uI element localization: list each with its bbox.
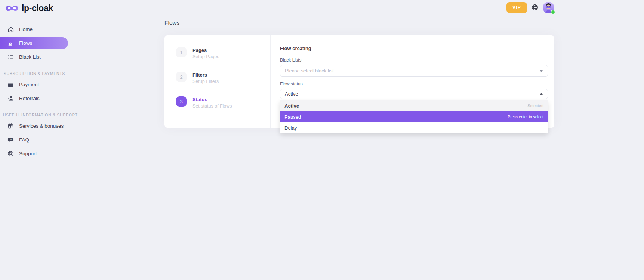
option-label: Active (284, 103, 299, 109)
step-pages[interactable]: 1 Pages Setup Pages (176, 47, 270, 59)
flows-icon (7, 40, 14, 47)
user-avatar[interactable] (543, 2, 554, 13)
flow-status-dropdown: Active Selected Paused Press enter to se… (280, 100, 548, 133)
sidebar-item-label: Flows (19, 40, 32, 46)
referrals-icon (7, 95, 14, 102)
chevron-up-icon (540, 93, 543, 95)
step-subtitle: Setup Filters (192, 79, 219, 84)
sidebar-item-faq[interactable]: ?! FAQ (0, 133, 78, 147)
black-lists-placeholder: Please select black list (285, 68, 334, 74)
flow-status-select[interactable]: Active (280, 89, 548, 99)
sidebar-item-label: Black List (19, 54, 41, 60)
sidebar-item-support[interactable]: Support (0, 147, 78, 161)
black-lists-select[interactable]: Please select black list (280, 65, 548, 77)
brand-logo[interactable]: lp-cloak (6, 3, 78, 13)
sidebar: lp-cloak Home Flows (0, 0, 78, 161)
globe-icon[interactable] (531, 4, 539, 11)
step-title: Status (192, 97, 232, 102)
chevron-down-icon (540, 70, 543, 72)
mask-icon (6, 4, 18, 13)
option-paused[interactable]: Paused Press enter to select (280, 111, 548, 122)
flow-wizard-card: 1 Pages Setup Pages 2 Filters Setup Filt… (164, 35, 554, 128)
sidebar-item-referrals[interactable]: Referrals (0, 91, 78, 105)
black-lists-label: Black Lists (280, 57, 548, 63)
sidebar-item-payment[interactable]: Payment (0, 78, 78, 91)
flow-status-value: Active (285, 91, 298, 97)
option-label: Paused (284, 114, 301, 120)
flow-status-label: Flow status (280, 81, 548, 87)
option-active[interactable]: Active Selected (280, 100, 548, 111)
step-number-badge: 2 (176, 72, 187, 82)
sidebar-item-label: Payment (19, 82, 39, 87)
sidebar-item-label: Home (19, 27, 33, 32)
step-number-badge: 1 (176, 47, 187, 57)
brand-name: lp-cloak (22, 3, 53, 13)
option-label: Delay (284, 125, 297, 131)
step-title: Pages (192, 47, 219, 53)
faq-icon: ?! (7, 136, 14, 143)
sidebar-item-label: Referrals (19, 96, 40, 101)
support-icon (7, 150, 14, 157)
gift-icon (7, 122, 14, 130)
svg-text:?!: ?! (9, 138, 12, 141)
option-hint: Selected (527, 103, 543, 108)
panel-title: Flow creating (280, 46, 548, 51)
step-subtitle: Setup Pages (192, 54, 219, 59)
sidebar-item-label: Services & bonuses (19, 123, 64, 129)
flow-creating-panel: Flow creating Black Lists Please select … (271, 35, 554, 128)
sidebar-nav: Home Flows (0, 22, 78, 161)
sidebar-item-label: FAQ (19, 137, 29, 143)
sidebar-item-services[interactable]: Services & bonuses (0, 119, 78, 133)
step-subtitle: Set status of Flows (192, 103, 232, 109)
step-title: Filters (192, 72, 219, 78)
sidebar-item-flows[interactable]: Flows (0, 37, 68, 49)
wizard-steps: 1 Pages Setup Pages 2 Filters Setup Filt… (164, 35, 271, 128)
sidebar-item-home[interactable]: Home (0, 22, 78, 36)
sidebar-section-support: USEFUL INFORMATION & SUPPORT (0, 113, 78, 117)
step-filters[interactable]: 2 Filters Setup Filters (176, 72, 270, 84)
online-status-dot (551, 10, 555, 14)
option-hint: Press enter to select (508, 115, 543, 119)
vip-button[interactable]: VIP (506, 2, 527, 13)
option-delay[interactable]: Delay (280, 122, 548, 133)
home-icon (7, 26, 14, 33)
sidebar-item-label: Support (19, 151, 37, 156)
topbar: VIP (506, 1, 554, 13)
page-title: Flows (164, 19, 179, 26)
step-number-badge: 3 (176, 96, 187, 107)
step-status[interactable]: 3 Status Set status of Flows (176, 96, 270, 109)
sidebar-section-subscription: SUBSCRIPTION & PAYMENTS (0, 72, 78, 76)
black-list-icon (7, 53, 14, 60)
sidebar-item-black-list[interactable]: Black List (0, 50, 78, 64)
payment-icon (7, 81, 14, 88)
